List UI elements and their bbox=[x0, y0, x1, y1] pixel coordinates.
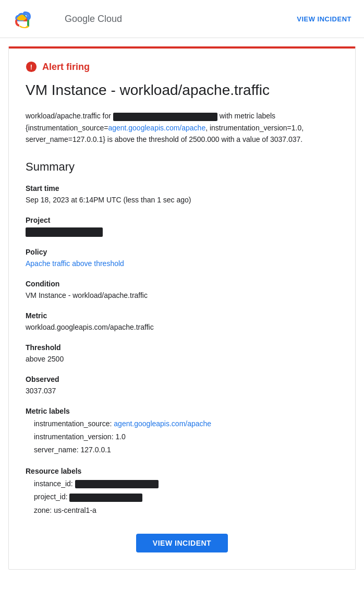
logo-area: Google Cloud bbox=[13, 8, 122, 29]
condition-label: Condition bbox=[26, 280, 338, 288]
observed-value: 3037.037 bbox=[26, 386, 338, 396]
project-id-row: project_id: bbox=[34, 490, 338, 503]
threshold-label: Threshold bbox=[26, 343, 338, 352]
instrumentation-source-row: instrumentation_source: agent.googleapis… bbox=[34, 417, 338, 430]
observed-label: Observed bbox=[26, 375, 338, 383]
instrumentation-source-link[interactable]: agent.googleapis.com/apache bbox=[114, 419, 211, 428]
observed-section: Observed 3037.037 bbox=[26, 375, 338, 396]
metric-label: Metric bbox=[26, 311, 338, 320]
instrumentation-version-row: instrumentation_version: 1.0 bbox=[34, 430, 338, 443]
instrumentation-source-key: instrumentation_source: bbox=[34, 419, 112, 428]
condition-section: Condition VM Instance - workload/apache.… bbox=[26, 280, 338, 301]
resource-labels-section: Resource labels instance_id: project_id:… bbox=[26, 467, 338, 517]
zone-value: us-central1-a bbox=[54, 506, 96, 514]
summary-heading: Summary bbox=[26, 160, 338, 174]
metric-labels-label: Metric labels bbox=[26, 407, 338, 415]
policy-label: Policy bbox=[26, 248, 338, 256]
instrumentation-version-key: instrumentation_version: bbox=[34, 432, 114, 441]
policy-link[interactable]: Apache traffic above threshold bbox=[26, 259, 124, 268]
instance-id-redacted bbox=[75, 480, 159, 488]
instrumentation-version-value: 1.0 bbox=[115, 432, 125, 441]
start-time-value: Sep 18, 2023 at 6:14PM UTC (less than 1 … bbox=[26, 195, 338, 206]
project-section: Project bbox=[26, 216, 338, 237]
instance-id-row: instance_id: bbox=[34, 477, 338, 490]
google-logo-icon bbox=[13, 8, 33, 29]
policy-section: Policy Apache traffic above threshold bbox=[26, 248, 338, 269]
resource-labels-values: instance_id: project_id: zone: us-centra… bbox=[26, 477, 338, 517]
metric-section: Metric workload.googleapis.com/apache.tr… bbox=[26, 311, 338, 333]
alert-title: VM Instance - workload/apache.traffic bbox=[26, 81, 338, 100]
view-incident-btn-wrapper: VIEW INCIDENT bbox=[26, 534, 338, 552]
desc-prefix: workload/apache.traffic for bbox=[26, 112, 111, 120]
view-incident-header-link[interactable]: VIEW INCIDENT bbox=[297, 15, 351, 23]
view-incident-button[interactable]: VIEW INCIDENT bbox=[136, 534, 228, 552]
alert-card-wrapper: ! Alert firing VM Instance - workload/ap… bbox=[8, 46, 356, 570]
resource-labels-label: Resource labels bbox=[26, 467, 338, 475]
zone-row: zone: us-central1-a bbox=[34, 504, 338, 517]
metric-value: workload.googleapis.com/apache.traffic bbox=[26, 322, 338, 333]
metric-labels-values: instrumentation_source: agent.googleapis… bbox=[26, 417, 338, 457]
server-name-value: 127.0.0.1 bbox=[80, 446, 111, 454]
google-cloud-wordmark: Google Cloud bbox=[65, 14, 122, 25]
instance-id-key: instance_id: bbox=[34, 479, 73, 488]
threshold-section: Threshold above 2500 bbox=[26, 343, 338, 365]
desc-apache-link[interactable]: agent.googleapis.com/apache bbox=[108, 124, 205, 132]
zone-key: zone: bbox=[34, 506, 52, 514]
start-time-section: Start time Sep 18, 2023 at 6:14PM UTC (l… bbox=[26, 184, 338, 206]
alert-firing-label: Alert firing bbox=[42, 62, 90, 73]
alert-firing-row: ! Alert firing bbox=[26, 61, 338, 73]
server-name-key: server_name: bbox=[34, 446, 79, 454]
policy-value: Apache traffic above threshold bbox=[26, 258, 338, 269]
project-label: Project bbox=[26, 216, 338, 224]
condition-value: VM Instance - workload/apache.traffic bbox=[26, 290, 338, 301]
server-name-row: server_name: 127.0.0.1 bbox=[34, 443, 338, 456]
threshold-value: above 2500 bbox=[26, 354, 338, 365]
header: Google Cloud VIEW INCIDENT bbox=[0, 0, 364, 38]
start-time-label: Start time bbox=[26, 184, 338, 193]
desc-redacted-resource bbox=[113, 113, 217, 121]
alert-firing-icon: ! bbox=[26, 61, 37, 73]
project-id-key: project_id: bbox=[34, 492, 68, 501]
metric-labels-section: Metric labels instrumentation_source: ag… bbox=[26, 407, 338, 457]
project-id-redacted bbox=[69, 494, 142, 502]
header-divider bbox=[0, 38, 364, 38]
alert-card: ! Alert firing VM Instance - workload/ap… bbox=[9, 49, 355, 569]
project-redacted bbox=[26, 227, 103, 237]
alert-description: workload/apache.traffic for with metric … bbox=[26, 110, 338, 145]
svg-text:!: ! bbox=[30, 63, 32, 71]
project-value bbox=[26, 226, 338, 237]
